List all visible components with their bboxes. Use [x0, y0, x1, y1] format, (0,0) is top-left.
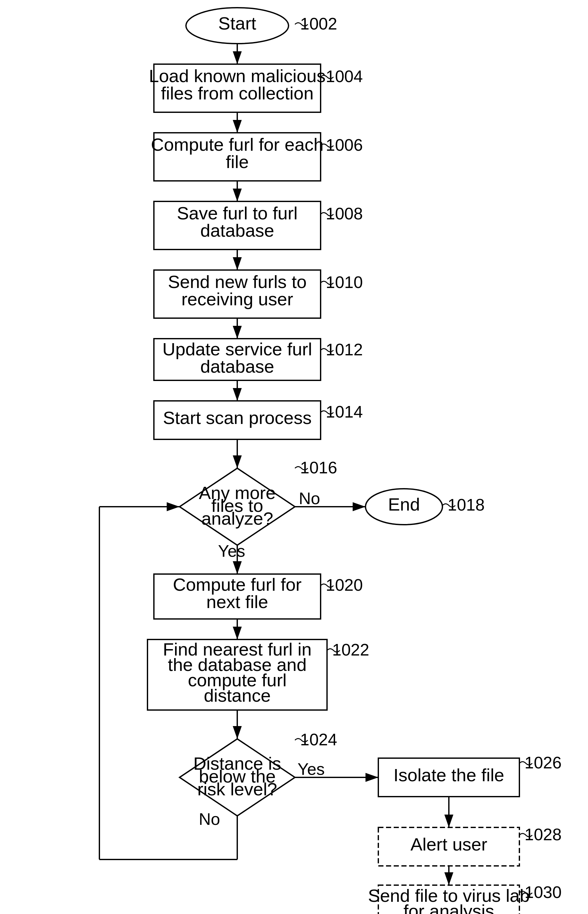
n1016-text-3: analyze? [201, 508, 273, 529]
n1022-ref: 1022 [332, 641, 369, 659]
n1006-text-2: file [226, 152, 249, 172]
n1004-ref: 1004 [326, 67, 363, 86]
no-label: No [299, 489, 320, 508]
yes-label-1024: Yes [297, 760, 325, 778]
start-ref: 1002 [300, 15, 337, 33]
n1020-ref: 1020 [326, 576, 363, 594]
n1006-ref: 1006 [326, 136, 363, 154]
n1030-text-2: for analysis [403, 901, 494, 914]
start-label: Start [218, 13, 257, 33]
n1010-text-2: receiving user [181, 289, 293, 309]
n1012-text-2: database [200, 356, 274, 377]
n1026-text: Isolate the file [393, 765, 504, 785]
yes-label-1016: Yes [218, 542, 245, 560]
end-label: End [388, 494, 420, 514]
n1010-ref: 1010 [326, 273, 363, 291]
end-ref: 1018 [447, 495, 485, 514]
n1026-ref: 1026 [525, 753, 562, 772]
n1028-ref: 1028 [525, 825, 562, 844]
n1016-ref: 1016 [300, 458, 337, 477]
n1004-text-2: files from collection [161, 83, 313, 103]
no-label-1024: No [199, 810, 220, 828]
n1008-ref: 1008 [326, 204, 363, 223]
n1024-ref: 1024 [300, 730, 337, 749]
n1012-ref: 1012 [326, 340, 363, 359]
n1008-text-2: database [200, 220, 274, 241]
n1014-text: Start scan process [163, 408, 312, 428]
n1020-text-2: next file [207, 592, 268, 612]
n1022-text-4: distance [204, 685, 271, 705]
flowchart-container: Start 1002 Load known malicious files fr… [0, 0, 588, 914]
n1014-ref: 1014 [326, 403, 363, 421]
n1028-text: Alert user [410, 834, 487, 854]
n1030-ref: 1030 [525, 883, 562, 901]
n1024-text-3: risk level? [197, 779, 277, 799]
